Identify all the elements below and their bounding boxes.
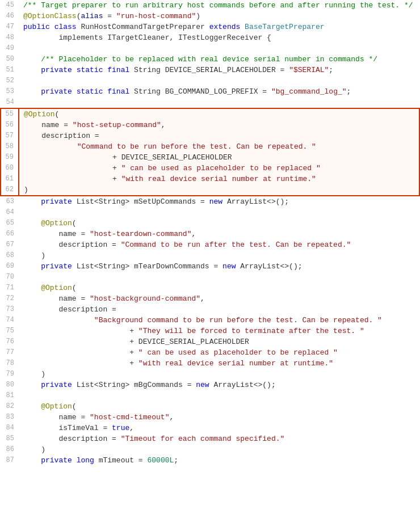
code-token: /** Placeholder to be replaced with real… bbox=[23, 55, 377, 64]
table-row: 56 name = "host-setup-command", bbox=[1, 120, 419, 130]
table-row: 78 + "with real device serial number at … bbox=[1, 358, 419, 369]
line-number: 59 bbox=[1, 152, 19, 163]
code-line: ) bbox=[19, 369, 419, 380]
code-token bbox=[24, 142, 77, 151]
line-number: 65 bbox=[1, 218, 19, 229]
line-number: 58 bbox=[1, 141, 19, 152]
code-token bbox=[23, 284, 41, 292]
line-number: 46 bbox=[1, 11, 19, 22]
code-line: private List<String> mTearDownCommands =… bbox=[19, 261, 419, 272]
code-token bbox=[23, 456, 41, 465]
code-token: private bbox=[41, 197, 72, 206]
code-line: /** Target preparer to run arbitrary hos… bbox=[19, 0, 419, 11]
code-token: ( bbox=[72, 402, 77, 411]
code-token: + bbox=[24, 175, 121, 183]
code-token: @Option bbox=[41, 284, 72, 292]
code-line: private List<String> mBgCommands = new A… bbox=[19, 380, 419, 390]
code-token: + bbox=[23, 359, 138, 368]
table-row: 48 implements ITargetCleaner, ITestLogge… bbox=[1, 32, 419, 43]
code-line bbox=[19, 75, 419, 86]
code-token: ) bbox=[196, 12, 200, 20]
code-token: name = bbox=[23, 413, 90, 422]
code-token bbox=[23, 262, 41, 271]
code-line: + " can be used as placeholder to be rep… bbox=[19, 347, 419, 358]
code-token: , bbox=[161, 121, 166, 129]
line-number: 76 bbox=[1, 336, 19, 347]
code-line: description = "Timeout for each command … bbox=[19, 433, 419, 444]
code-token bbox=[72, 87, 77, 96]
table-row: 51 private static final String DEVICE_SE… bbox=[1, 65, 419, 75]
table-row: 86 ) bbox=[1, 444, 419, 455]
line-number: 80 bbox=[1, 380, 19, 390]
line-number: 75 bbox=[1, 326, 19, 336]
code-token: private bbox=[41, 262, 72, 271]
code-token: ; bbox=[271, 381, 276, 389]
code-line: description = "Command to be run after t… bbox=[19, 239, 419, 250]
code-token: ; bbox=[329, 66, 333, 74]
code-token: + bbox=[24, 164, 121, 172]
code-token: "run-host-command" bbox=[116, 12, 196, 20]
code-line: @OptionClass(alias = "run-host-command") bbox=[19, 11, 419, 22]
table-row: 49 bbox=[1, 43, 419, 54]
table-row: 70 bbox=[1, 272, 419, 283]
code-token: @Option bbox=[41, 219, 72, 227]
code-line: private long mTimeout = 60000L; bbox=[19, 455, 419, 466]
code-token: mTimeout = bbox=[94, 456, 148, 465]
code-token: + DEVICE_SERIAL_PLACEHOLDER bbox=[24, 153, 232, 162]
table-row: 63 private List<String> mSetUpCommands =… bbox=[1, 196, 419, 207]
code-line: implements ITargetCleaner, ITestLoggerRe… bbox=[19, 32, 419, 43]
code-token: "They will be forced to terminate after … bbox=[138, 327, 364, 335]
code-token bbox=[23, 402, 41, 411]
code-token: "Timeout for each command specified." bbox=[121, 435, 285, 443]
code-token: name = bbox=[23, 294, 90, 303]
code-token: description = bbox=[23, 241, 121, 249]
line-number: 45 bbox=[1, 0, 19, 11]
code-token: private bbox=[41, 66, 72, 74]
code-token: "Command to be run after the test. Can b… bbox=[121, 241, 351, 249]
line-number: 70 bbox=[1, 272, 19, 283]
code-token: String DEVICE_SERIAL_PLACEHOLDER = bbox=[129, 66, 289, 74]
code-token: String BG_COMMAND_LOG_PREFIX = bbox=[129, 87, 271, 96]
table-row: 66 name = "host-teardown-command", bbox=[1, 229, 419, 239]
table-row: 46@OptionClass(alias = "run-host-command… bbox=[1, 11, 419, 22]
code-token: description = bbox=[23, 305, 116, 314]
table-row: 53 private static final String BG_COMMAN… bbox=[1, 86, 419, 97]
line-number: 82 bbox=[1, 401, 19, 412]
line-number: 53 bbox=[1, 86, 19, 97]
code-token: List<String> mBgCommands = bbox=[72, 381, 196, 389]
table-row: 57 description = bbox=[1, 130, 419, 141]
code-line: "Background command to be run before the… bbox=[19, 315, 419, 326]
code-line: name = "host-setup-command", bbox=[19, 120, 419, 130]
table-row: 83 name = "host-cmd-timeout", bbox=[1, 412, 419, 423]
code-line: private static final String BG_COMMAND_L… bbox=[19, 86, 419, 97]
code-token: , bbox=[200, 294, 205, 303]
table-row: 59 + DEVICE_SERIAL_PLACEHOLDER bbox=[1, 152, 419, 163]
table-row: 61 + "with real device serial number at … bbox=[1, 174, 419, 184]
line-number: 62 bbox=[1, 184, 19, 196]
code-token: ( bbox=[55, 110, 60, 119]
code-token: ; bbox=[298, 262, 303, 271]
code-token: 60000L bbox=[147, 456, 174, 465]
code-token: "with real device serial number at runti… bbox=[138, 359, 333, 368]
code-token bbox=[72, 456, 77, 465]
code-token: "with real device serial number at runti… bbox=[121, 175, 316, 183]
code-token: ; bbox=[174, 456, 178, 465]
line-number: 68 bbox=[1, 250, 19, 261]
code-token bbox=[23, 197, 41, 206]
line-number: 83 bbox=[1, 412, 19, 423]
code-token: long bbox=[77, 456, 94, 465]
code-token: " can be used as placeholder to be repla… bbox=[121, 164, 321, 172]
code-line: /** Placeholder to be replaced with real… bbox=[19, 54, 419, 65]
code-token: "$SERIAL" bbox=[289, 66, 329, 74]
code-token bbox=[23, 381, 41, 389]
table-row: 54 bbox=[1, 97, 419, 108]
table-row: 74 "Background command to be run before … bbox=[1, 315, 419, 326]
code-token: , bbox=[169, 413, 174, 422]
code-line: name = "host-background-command", bbox=[19, 293, 419, 304]
line-number: 50 bbox=[1, 54, 19, 65]
code-token: ; bbox=[284, 197, 289, 206]
code-token: ( bbox=[72, 219, 77, 227]
code-line: + "They will be forced to terminate afte… bbox=[19, 326, 419, 336]
table-row: 75 + "They will be forced to terminate a… bbox=[1, 326, 419, 336]
code-token: + bbox=[23, 348, 138, 357]
